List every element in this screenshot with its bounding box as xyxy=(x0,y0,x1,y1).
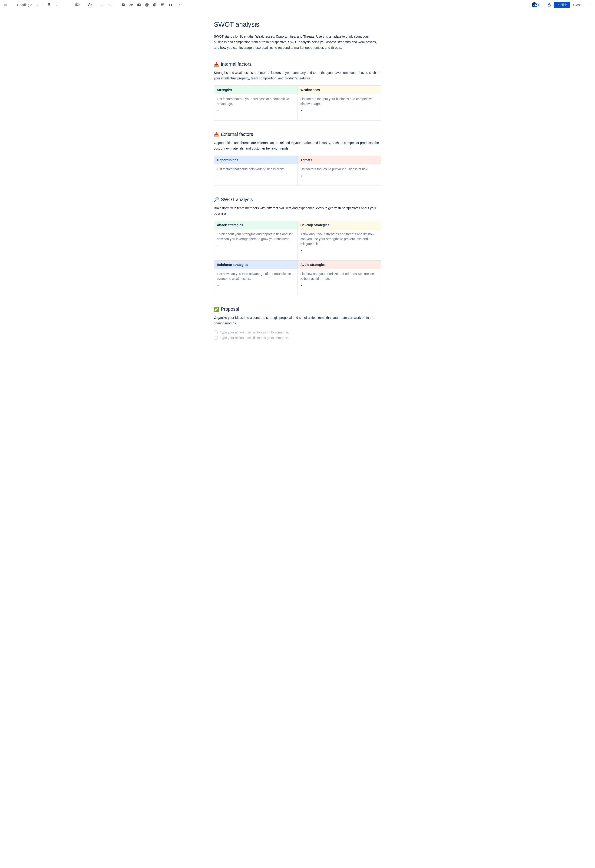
numbered-list-button[interactable]: 123 xyxy=(107,1,114,8)
action-item-row[interactable]: Type your action, use '@' to assign to s… xyxy=(214,331,381,334)
threats-header[interactable]: Threats xyxy=(298,156,381,164)
svg-text:3: 3 xyxy=(109,5,110,6)
action-item-row[interactable]: Type your action, use '@' to assign to s… xyxy=(214,336,381,340)
reinforce-header[interactable]: Reinforce strategies xyxy=(214,261,298,269)
checkbox[interactable] xyxy=(214,336,218,340)
svg-point-9 xyxy=(153,3,156,6)
attack-hint: Think about your strengths and opportuni… xyxy=(217,232,295,242)
text-style-select[interactable]: Heading 2 ▾ xyxy=(15,2,40,8)
chevron-down-icon: ▾ xyxy=(179,4,180,6)
reinforce-hint: List how can you take advantage of oppor… xyxy=(217,272,295,281)
overflow-menu-button[interactable]: ⋯ xyxy=(585,1,592,8)
list-item[interactable] xyxy=(305,174,378,178)
develop-header[interactable]: Develop strategies xyxy=(298,221,381,229)
list-item[interactable] xyxy=(221,244,295,248)
table-button[interactable] xyxy=(159,1,166,8)
bold-button[interactable]: B xyxy=(46,1,53,8)
more-formatting-button[interactable]: ⋯ xyxy=(61,1,68,8)
weaknesses-cell[interactable]: List factors that put your business at a… xyxy=(298,94,381,120)
text-color-button[interactable]: A▾ xyxy=(87,1,93,8)
svg-rect-15 xyxy=(548,4,551,6)
image-button[interactable] xyxy=(136,1,142,8)
weaknesses-hint: List factors that put your business at a… xyxy=(300,97,378,106)
opportunities-hint: List factors that could help your busine… xyxy=(217,167,295,171)
svg-point-1 xyxy=(101,4,102,5)
user-avatar[interactable]: CK c xyxy=(531,2,537,8)
svg-rect-13 xyxy=(169,4,170,6)
editor-toolbar: Heading 2 ▾ B I ⋯ ▾ A▾ 123 @ +▾ xyxy=(0,0,595,10)
swot-analysis-desc[interactable]: Brainstorm with team members with differ… xyxy=(214,205,381,217)
text-style-label: Heading 2 xyxy=(17,3,32,7)
avoid-hint: List how can you prioritize and address … xyxy=(300,272,378,281)
separator xyxy=(84,2,84,7)
document-body: SWOT analysis SWOT stands for Strengths,… xyxy=(209,10,386,360)
external-factors-heading[interactable]: 📤 External factors xyxy=(214,132,381,137)
strengths-hint: List factors that put your business at a… xyxy=(217,97,295,106)
chevron-down-icon: ▾ xyxy=(79,4,80,6)
outbox-icon: 📤 xyxy=(214,132,219,137)
internal-factors-desc[interactable]: Strengths and weaknesses are internal fa… xyxy=(214,70,381,81)
svg-point-8 xyxy=(138,4,139,5)
svg-point-2 xyxy=(101,6,102,6)
restrictions-button[interactable] xyxy=(546,1,553,8)
list-item[interactable] xyxy=(221,109,295,112)
list-item[interactable] xyxy=(305,249,378,252)
italic-button[interactable]: I xyxy=(53,1,61,8)
checkbox[interactable] xyxy=(214,331,218,334)
list-item[interactable] xyxy=(221,283,295,287)
list-item[interactable] xyxy=(221,174,295,178)
check-icon: ✅ xyxy=(214,307,219,312)
emoji-button[interactable] xyxy=(151,1,158,8)
threats-cell[interactable]: List factors that could put your busines… xyxy=(298,164,381,186)
internal-factors-table[interactable]: Strengths Weaknesses List factors that p… xyxy=(214,86,381,121)
svg-point-0 xyxy=(101,4,102,4)
chevron-down-icon: ▾ xyxy=(37,4,38,6)
avoid-cell[interactable]: List how can you prioritize and address … xyxy=(298,269,381,295)
svg-point-10 xyxy=(154,4,155,5)
list-item[interactable] xyxy=(305,109,378,112)
action-placeholder: Type your action, use '@' to assign to s… xyxy=(220,336,289,340)
page-title[interactable]: SWOT analysis xyxy=(214,21,381,28)
weaknesses-header[interactable]: Weaknesses xyxy=(298,86,381,94)
swot-strategies-table[interactable]: Attack strategies Develop strategies Thi… xyxy=(214,221,381,295)
attack-header[interactable]: Attack strategies xyxy=(214,221,298,229)
threats-hint: List factors that could put your busines… xyxy=(300,167,378,171)
magnifier-icon: 🔎 xyxy=(214,197,219,202)
external-factors-table[interactable]: Opportunities Threats List factors that … xyxy=(214,156,381,186)
proposal-desc[interactable]: Organize your ideas into a concrete stra… xyxy=(214,315,381,326)
chevron-down-icon: ▾ xyxy=(91,4,92,6)
avoid-header[interactable]: Avoid strategies xyxy=(298,261,381,269)
internal-factors-heading[interactable]: 📥 Internal factors xyxy=(214,62,381,67)
publish-button[interactable]: Publish xyxy=(554,1,570,8)
strengths-cell[interactable]: List factors that put your business at a… xyxy=(214,94,298,120)
svg-point-11 xyxy=(155,4,155,5)
close-button[interactable]: Close xyxy=(571,1,584,8)
bullet-list-button[interactable] xyxy=(99,1,106,8)
mention-button[interactable]: @ xyxy=(144,1,150,8)
svg-rect-14 xyxy=(171,4,172,6)
reinforce-cell[interactable]: List how can you take advantage of oppor… xyxy=(214,269,298,295)
opportunities-cell[interactable]: List factors that could help your busine… xyxy=(214,164,298,186)
intro-paragraph[interactable]: SWOT stands for Strengths, Weaknesses, O… xyxy=(214,34,381,50)
strengths-header[interactable]: Strengths xyxy=(214,86,298,94)
action-placeholder: Type your action, use '@' to assign to s… xyxy=(220,331,289,334)
action-item-button[interactable] xyxy=(120,1,127,8)
separator xyxy=(117,2,117,7)
link-button[interactable] xyxy=(127,1,135,8)
proposal-heading[interactable]: ✅ Proposal xyxy=(214,307,381,312)
insert-more-button[interactable]: +▾ xyxy=(175,1,181,8)
opportunities-header[interactable]: Opportunities xyxy=(214,156,298,164)
attack-cell[interactable]: Think about your strengths and opportuni… xyxy=(214,229,298,261)
swot-analysis-heading[interactable]: 🔎 SWOT analysis xyxy=(214,197,381,202)
separator xyxy=(71,2,71,7)
list-item[interactable] xyxy=(305,283,378,287)
confluence-logo-icon xyxy=(3,3,8,7)
external-factors-desc[interactable]: Opportunities and threats are external f… xyxy=(214,140,381,151)
layouts-button[interactable] xyxy=(167,1,174,8)
inbox-icon: 📥 xyxy=(214,62,219,67)
develop-cell[interactable]: Think about your strengths and threats a… xyxy=(298,229,381,261)
align-button[interactable]: ▾ xyxy=(74,1,81,8)
develop-hint: Think about your strengths and threats a… xyxy=(300,232,378,247)
